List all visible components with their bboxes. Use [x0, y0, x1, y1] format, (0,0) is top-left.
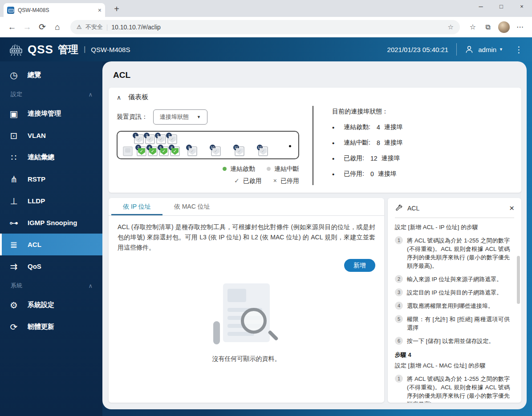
port[interactable]: 4 ✓ — [148, 146, 158, 156]
port[interactable]: 1 ✓ — [134, 134, 144, 144]
sidebar-item[interactable]: ⊶ IGMP Snooping — [0, 212, 102, 234]
port-check-icon: ✓ — [236, 148, 243, 155]
magnifier-icon — [241, 308, 267, 334]
port-check-icon: ✓ — [138, 148, 145, 155]
sidebar-item[interactable]: ≣ ACL — [0, 234, 102, 255]
empty-state: 沒有任何可顯示的資料。 — [109, 283, 384, 363]
bullet-icon: • — [332, 155, 344, 162]
port[interactable]: 8 ✓ — [170, 146, 180, 156]
browser-menu-icon[interactable]: ⋯ — [512, 23, 528, 31]
link-up-dot — [223, 167, 227, 171]
port[interactable]: 3 ✓ — [145, 134, 155, 144]
step-text: 設定目的 IP 位址與目的子網路遮罩。 — [407, 288, 502, 297]
help-close-icon[interactable]: × — [509, 203, 514, 213]
bullet-icon: • — [332, 124, 344, 131]
device-info-dropdown[interactable]: 連接埠狀態 ▼ — [153, 109, 207, 125]
back-button[interactable]: ← — [4, 22, 20, 32]
legend-enabled-label: 已啟用 — [243, 177, 262, 184]
address-divider: | — [106, 24, 108, 31]
step-text: 選取應將權限套用到哪些連接埠。 — [407, 302, 494, 310]
step-text: 輸入來源 IP 位址與來源子網路遮罩。 — [407, 275, 502, 283]
step-text: 按一下 [儲存] 以套用並儲存設定。 — [407, 337, 494, 345]
port[interactable]: 9 ✓ — [187, 146, 197, 156]
sidebar-item[interactable]: ⇉ QoS — [0, 255, 102, 277]
port[interactable]: 10 ✓ — [211, 146, 221, 156]
bullet-icon: • — [332, 170, 344, 178]
port[interactable]: 12 ✓ — [258, 146, 268, 156]
sidebar-item[interactable]: ⊥ LLDP — [0, 190, 102, 212]
add-favorite-icon[interactable]: ☆ — [448, 23, 454, 31]
tab[interactable]: 依 MAC 位址 — [162, 198, 222, 215]
port[interactable]: 2 ✓ — [137, 146, 146, 156]
stat-unit: 連接埠 — [378, 170, 397, 178]
window-minimize-button[interactable]: ─ — [471, 0, 491, 14]
window-controls: ─ □ × — [471, 0, 532, 14]
new-tab-button[interactable]: + — [110, 3, 123, 15]
empty-illustration — [209, 283, 284, 348]
port[interactable]: 5 ✓ — [156, 134, 166, 144]
step-text: 將 ACL 號碼設為介於 1-255 之間的數字 (不得重複)。ACL 規則會根… — [407, 375, 510, 403]
address-bar[interactable]: ⚠ 不安全 | 10.10.10.7/#/aclip ☆ — [70, 20, 460, 34]
step-number: 1 — [395, 375, 403, 383]
favorites-bar-icon[interactable]: ☆ — [465, 23, 480, 31]
window-maximize-button[interactable]: □ — [491, 0, 512, 14]
dropdown-caret-icon: ▼ — [197, 115, 201, 119]
step-number: 4 — [395, 302, 403, 310]
sidebar-item-label: 總覽 — [28, 71, 41, 79]
port-check-icon: ✓ — [135, 136, 142, 143]
sidebar-item[interactable]: 設定 ∧ — [0, 86, 102, 103]
add-button[interactable]: 新增 — [344, 259, 375, 272]
profile-avatar[interactable] — [498, 21, 510, 33]
stat-unit: 連接埠 — [384, 123, 403, 131]
legend-row-link: 連結啟動 連結中斷 — [117, 165, 299, 173]
port-check-icon: ✓ — [189, 148, 196, 155]
tab-close-icon[interactable]: × — [98, 7, 102, 14]
dashboard-collapse-icon[interactable]: ∧ — [117, 94, 121, 101]
section-chevron-icon: ∧ — [88, 91, 93, 98]
port[interactable]: 6 ✓ — [159, 146, 169, 156]
reload-button[interactable]: ⟳ — [35, 22, 50, 32]
home-button[interactable]: ⌂ — [50, 22, 65, 32]
screen: QSW-M408S × + ─ □ × ← → ⟳ ⌂ ⚠ 不安全 | 10.1… — [0, 0, 532, 416]
sidebar-item-label: ACL — [28, 241, 41, 248]
sidebar-item[interactable]: 系統 ∧ — [0, 277, 102, 294]
port[interactable]: 11 ✓ — [235, 146, 244, 156]
header-more-icon[interactable]: ⋮ — [515, 44, 523, 55]
username-menu[interactable]: admin — [478, 46, 496, 53]
sidebar-item[interactable]: ▣ 連接埠管理 — [0, 103, 102, 125]
qss-logo-icon — [9, 43, 23, 56]
stat-value: 12 — [370, 155, 378, 162]
sidebar-item[interactable]: ◷ 總覽 — [0, 64, 102, 86]
sidebar-item[interactable]: ⚙ 系統設定 — [0, 294, 102, 316]
acl-icon: ≣ — [0, 239, 28, 250]
sidebar-item[interactable]: ⟳ 韌體更新 — [0, 316, 102, 338]
site-favicon — [7, 7, 14, 14]
sidebar-item-label: QoS — [28, 263, 41, 270]
step-note: 步驟 4 — [395, 351, 514, 359]
help-step: 3 設定目的 IP 位址與目的子網路遮罩。 — [395, 288, 514, 297]
collections-icon[interactable]: ⧉ — [480, 23, 495, 31]
sidebar-item[interactable]: ∷ 連結彙總 — [0, 146, 102, 168]
legend-link-down-label: 連結中斷 — [274, 165, 299, 172]
app-header: QSS 管理 | QSW-M408S 2021/01/23 05:40:21 a… — [0, 37, 532, 61]
port-check-icon: ✓ — [149, 148, 156, 155]
stat-value: 4 — [377, 124, 380, 131]
bullet-icon: • — [332, 139, 344, 147]
sidebar-item[interactable]: ⋔ RSTP — [0, 168, 102, 190]
datetime: 2021/01/23 05:40:21 — [387, 46, 449, 53]
help-step: 1 將 ACL 號碼設為介於 1-255 之間的數字 (不得重複)。ACL 規則… — [395, 375, 514, 403]
header-divider: | — [84, 45, 85, 54]
browser-tab[interactable]: QSW-M408S × — [4, 3, 105, 17]
help-ip-section-title: 設定 [新增 ACL - IP 位址] 的步驟 — [395, 223, 514, 231]
port[interactable]: 7 ✓ — [167, 134, 177, 144]
sidebar-item[interactable]: ⊡ VLAN — [0, 125, 102, 146]
user-caret-icon[interactable]: ▼ — [499, 47, 503, 52]
settings-icon: ⚙ — [0, 300, 28, 311]
tab[interactable]: 依 IP 位址 — [111, 198, 162, 215]
help-scrollbar-thumb[interactable] — [517, 256, 520, 304]
window-close-button[interactable]: × — [512, 0, 532, 14]
sidebar-item-label: 系統 — [11, 282, 22, 290]
help-step: 6 按一下 [儲存] 以套用並儲存設定。 — [395, 337, 514, 345]
qos-icon: ⇉ — [0, 261, 28, 272]
gauge-icon: ◷ — [0, 70, 28, 81]
